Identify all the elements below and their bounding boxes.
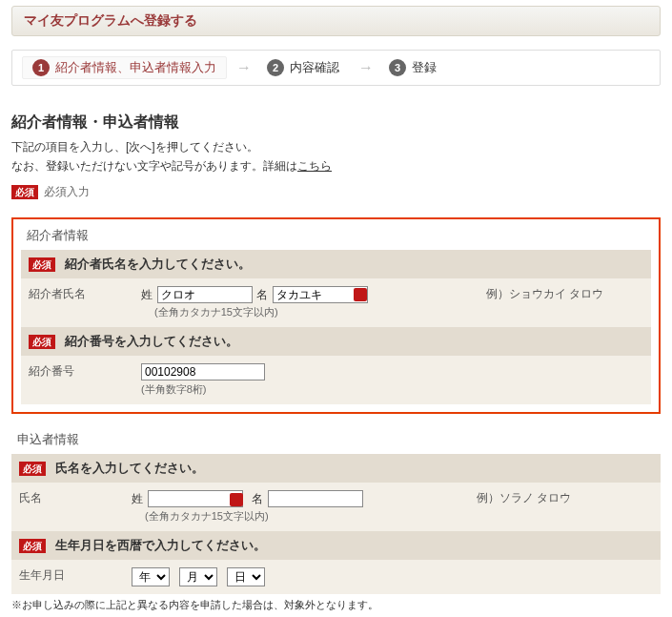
referrer-number-input[interactable] — [141, 363, 265, 380]
step-3-number: 3 — [389, 59, 406, 76]
applicant-dob-label: 生年月日 — [11, 560, 124, 594]
step-indicator: 1 紹介者情報、申込者情報入力 → 2 内容確認 → 3 登録 — [11, 50, 661, 86]
step-2-label: 内容確認 — [290, 59, 339, 76]
step-1: 1 紹介者情報、申込者情報入力 — [22, 56, 227, 79]
referrer-number-row: 紹介番号 (半角数字8桁) — [21, 356, 651, 404]
intro-title: 紹介者情報・申込者情報 — [11, 113, 661, 133]
applicant-dob-header-text: 生年月日を西暦で入力してください。 — [55, 538, 266, 552]
applicant-form-table: 必須 氏名を入力してください。 氏名 姓 名 (全角カタカナ15文字以内) 例）… — [11, 454, 661, 594]
required-badge-icon: 必須 — [29, 335, 55, 349]
applicant-name-header: 必須 氏名を入力してください。 — [11, 454, 661, 483]
referrer-number-header-text: 紹介番号を入力してください。 — [65, 334, 238, 348]
referrer-name-label: 紹介者氏名 — [21, 278, 133, 327]
referrer-name-hint: (全角カタカナ15文字以内) — [154, 305, 450, 319]
required-badge-icon: 必須 — [19, 539, 46, 553]
step-1-number: 1 — [32, 59, 50, 76]
ime-indicator-icon — [230, 493, 243, 506]
intro-line2-prefix: なお、登録いただけない文字や記号があります。詳細は — [11, 159, 297, 173]
referrer-name-header-text: 紹介者氏名を入力してください。 — [65, 257, 251, 271]
intro-line1: 下記の項目を入力し、[次へ]を押してください。 — [11, 138, 661, 155]
required-legend-text: 必須入力 — [44, 184, 90, 200]
ime-indicator-icon — [354, 288, 367, 301]
mei-label: 名 — [256, 288, 268, 301]
dob-year-select[interactable]: 年 — [132, 567, 170, 586]
intro-detail-link[interactable]: こちら — [297, 159, 332, 173]
step-2-number: 2 — [267, 59, 284, 76]
page-header-title: マイ友プログラムへ登録する — [24, 12, 197, 28]
referrer-name-example: 例）ショウカイ タロウ — [458, 278, 651, 327]
applicant-name-label: 氏名 — [11, 483, 124, 531]
required-badge-icon: 必須 — [11, 185, 38, 199]
disclaimer-note: ※お申し込みの際に上記と異なる内容を申請した場合は、対象外となります。 — [11, 598, 661, 612]
referrer-group-title: 紹介者情報 — [27, 227, 651, 244]
referrer-name-header: 必須 紹介者氏名を入力してください。 — [21, 250, 651, 278]
dob-month-select[interactable]: 月 — [179, 567, 217, 586]
applicant-name-example: 例）ソラノ タロウ — [448, 483, 661, 531]
referrer-form-table: 必須 紹介者氏名を入力してください。 紹介者氏名 姓 名 (全角カタカナ15文字… — [21, 250, 651, 404]
referrer-number-header: 必須 紹介番号を入力してください。 — [21, 327, 651, 356]
referrer-name-row: 紹介者氏名 姓 名 (全角カタカナ15文字以内) 例）ショウカイ タロウ — [21, 278, 651, 327]
referrer-number-hint: (半角数字8桁) — [141, 382, 643, 397]
applicant-section: 申込者情報 必須 氏名を入力してください。 氏名 姓 名 (全角カタカナ15文字… — [11, 431, 661, 594]
intro-line2: なお、登録いただけない文字や記号があります。詳細はこちら — [11, 157, 661, 175]
mei-label: 名 — [252, 492, 263, 505]
sei-label: 姓 — [141, 288, 153, 301]
page-header-bar: マイ友プログラムへ登録する — [11, 6, 661, 36]
required-badge-icon: 必須 — [19, 462, 46, 476]
step-3-label: 登録 — [412, 59, 437, 76]
arrow-icon: → — [236, 59, 248, 76]
arrow-icon: → — [358, 59, 370, 76]
applicant-dob-header: 必須 生年月日を西暦で入力してください。 — [11, 531, 661, 560]
sei-label: 姓 — [132, 492, 143, 505]
referrer-sei-input[interactable] — [157, 286, 253, 303]
applicant-mei-input[interactable] — [268, 490, 363, 507]
required-legend: 必須 必須入力 — [11, 184, 661, 200]
step-2: 2 内容確認 — [257, 57, 349, 78]
applicant-name-row: 氏名 姓 名 (全角カタカナ15文字以内) 例）ソラノ タロウ — [11, 483, 661, 531]
referrer-number-label: 紹介番号 — [21, 356, 133, 404]
dob-day-select[interactable]: 日 — [227, 567, 265, 586]
step-1-label: 紹介者情報、申込者情報入力 — [55, 59, 216, 76]
applicant-group-title: 申込者情報 — [17, 431, 661, 448]
applicant-name-header-text: 氏名を入力してください。 — [55, 461, 204, 475]
applicant-dob-row: 生年月日 年 月 日 — [11, 560, 661, 594]
applicant-name-hint: (全角カタカナ15文字以内) — [145, 509, 440, 524]
required-badge-icon: 必須 — [29, 257, 55, 272]
step-3: 3 登録 — [379, 57, 446, 78]
referrer-section: 紹介者情報 必須 紹介者氏名を入力してください。 紹介者氏名 姓 名 (全角カタ… — [11, 217, 661, 414]
